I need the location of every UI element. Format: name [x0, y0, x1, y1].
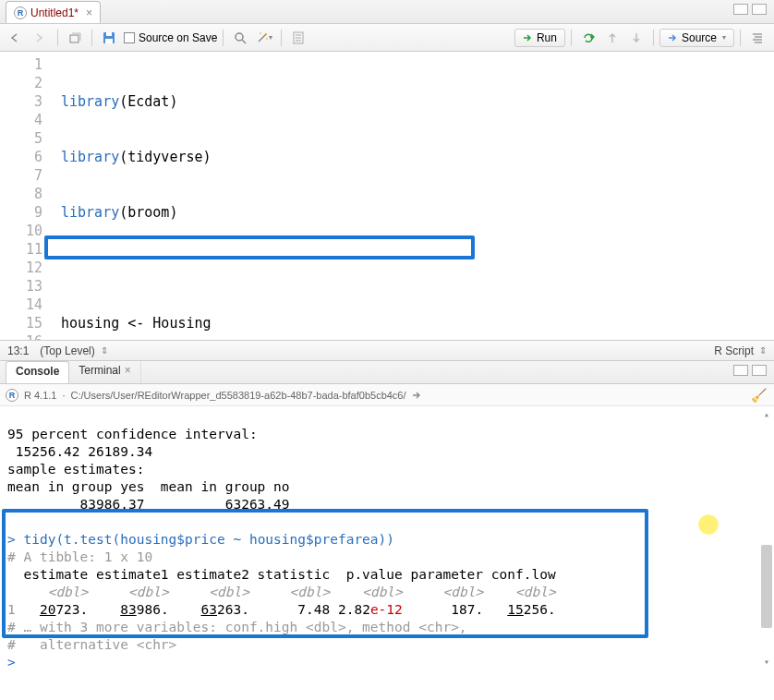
sep-dot: ·	[62, 390, 65, 401]
source-arrow-icon	[668, 33, 679, 42]
r-file-icon: R	[14, 6, 27, 19]
svg-point-8	[260, 32, 262, 34]
code-editor[interactable]: 12345678910111213141516 library(Ecdat) l…	[0, 52, 774, 340]
editor-statusbar: 13:1 (Top Level) R Script	[0, 340, 774, 360]
run-button[interactable]: Run	[514, 29, 565, 47]
svg-point-4	[236, 33, 243, 41]
svg-point-7	[265, 33, 267, 35]
maximize-console-icon[interactable]	[752, 365, 767, 376]
console-window-buttons	[733, 365, 767, 376]
run-arrow-icon	[523, 33, 534, 42]
file-tab[interactable]: R Untitled1* ×	[6, 1, 101, 23]
source-label: Source	[682, 31, 717, 44]
back-button[interactable]	[6, 28, 28, 48]
scroll-up-icon[interactable]: ▴	[759, 406, 774, 421]
forward-button[interactable]	[30, 28, 52, 48]
go-down-icon[interactable]	[625, 28, 647, 48]
find-icon[interactable]	[229, 28, 251, 48]
yellow-highlight-dot	[698, 514, 719, 535]
svg-rect-3	[105, 39, 113, 43]
editor-toolbar: Source on Save ▾ Run Source ▾	[0, 24, 774, 52]
highlight-editor-line-11	[44, 235, 475, 259]
editor-tabbar: R Untitled1* ×	[0, 0, 774, 24]
outline-icon[interactable]	[746, 28, 768, 48]
minimize-console-icon[interactable]	[733, 365, 748, 376]
svg-rect-2	[106, 32, 112, 36]
run-label: Run	[537, 31, 557, 44]
close-tab-icon[interactable]: ×	[86, 6, 92, 19]
source-on-save-toggle[interactable]: Source on Save	[124, 31, 217, 44]
r-version: R 4.1.1	[24, 390, 56, 401]
svg-rect-0	[70, 35, 79, 42]
report-icon[interactable]	[287, 28, 309, 48]
save-icon[interactable]	[98, 28, 120, 48]
console-tab[interactable]: Console	[6, 361, 69, 383]
scroll-thumb[interactable]	[761, 545, 772, 628]
code-area[interactable]: library(Ecdat) library(tidyverse) librar…	[52, 52, 774, 340]
maximize-pane-icon[interactable]	[752, 4, 767, 15]
wd-popup-icon[interactable]	[412, 391, 423, 400]
wand-icon[interactable]: ▾	[253, 28, 275, 48]
console-tabbar: Console Terminal×	[0, 360, 774, 384]
go-up-icon[interactable]	[601, 28, 623, 48]
clear-console-icon[interactable]: 🧹	[751, 388, 767, 403]
console-info-bar: R R 4.1.1 · C:/Users/User/REditorWrapper…	[0, 384, 774, 406]
svg-line-6	[259, 34, 266, 42]
pane-window-buttons	[733, 4, 767, 15]
svg-point-9	[267, 38, 269, 40]
svg-line-5	[242, 40, 246, 43]
console-output[interactable]: 95 percent confidence interval: 15256.42…	[0, 406, 774, 669]
console-scrollbar[interactable]: ▴ ▾	[759, 406, 774, 669]
source-on-save-label: Source on Save	[139, 31, 217, 44]
working-dir: C:/Users/User/REditorWrapper_d5583819-a6…	[71, 390, 406, 401]
terminal-tab-close-icon[interactable]: ×	[125, 364, 131, 377]
scroll-down-icon[interactable]: ▾	[759, 654, 774, 669]
source-button[interactable]: Source ▾	[659, 29, 734, 47]
minimize-pane-icon[interactable]	[733, 4, 748, 15]
rerun-icon[interactable]	[577, 28, 599, 48]
source-on-save-checkbox[interactable]	[124, 32, 135, 43]
language-selector[interactable]: R Script	[714, 344, 767, 357]
scope-selector[interactable]: (Top Level)	[40, 344, 107, 357]
file-tab-title: Untitled1*	[30, 6, 79, 19]
cursor-position: 13:1	[7, 344, 29, 357]
show-in-new-window-icon[interactable]	[64, 28, 86, 48]
r-logo-icon: R	[6, 389, 18, 402]
line-gutter: 12345678910111213141516	[0, 52, 52, 340]
terminal-tab[interactable]: Terminal×	[69, 361, 140, 383]
